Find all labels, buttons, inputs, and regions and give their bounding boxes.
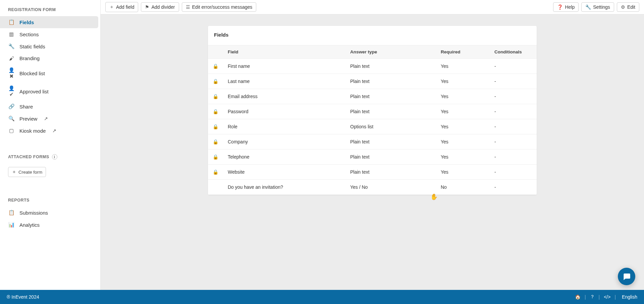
language-switch[interactable]: English bbox=[616, 294, 637, 300]
cell-conditionals: - bbox=[490, 119, 537, 134]
share-icon: 🔗 bbox=[8, 103, 15, 110]
sidebar-item-preview[interactable]: 🔍 Preview ↗ bbox=[0, 113, 100, 125]
sidebar-section-registration-form: REGISTRATION FORM bbox=[0, 0, 100, 16]
table-row[interactable]: Do you have an invitation?Yes / NoNo- bbox=[208, 180, 537, 195]
cell-required: Yes bbox=[436, 74, 490, 89]
cell-conditionals: - bbox=[490, 59, 537, 74]
cell-field: Last name bbox=[223, 74, 345, 89]
cell-required: Yes bbox=[436, 149, 490, 165]
footer: ® InEvent 2024 🏠 | ？ | </> | English bbox=[0, 290, 644, 304]
cell-field: Password bbox=[223, 104, 345, 119]
sections-icon: ▥ bbox=[8, 31, 15, 37]
table-row[interactable]: 🔒WebsitePlain textYes- bbox=[208, 165, 537, 180]
sidebar: REGISTRATION FORM 📋 Fields ▥ Sections 🔧 … bbox=[0, 0, 101, 290]
cell-required: Yes bbox=[436, 134, 490, 149]
cell-answer-type: Plain text bbox=[345, 134, 436, 149]
fields-table: Field Answer type Required Conditionals … bbox=[208, 45, 537, 195]
clipboard-icon: 📋 bbox=[8, 210, 15, 216]
lock-icon: 🔒 bbox=[208, 59, 223, 74]
footer-divider: | bbox=[614, 294, 616, 300]
chat-bubble-button[interactable] bbox=[618, 268, 635, 285]
cell-answer-type: Plain text bbox=[345, 149, 436, 165]
lock-icon: 🔒 bbox=[208, 74, 223, 89]
edit-button[interactable]: ⚙ Edit bbox=[617, 2, 639, 12]
cell-answer-type: Plain text bbox=[345, 59, 436, 74]
sidebar-item-label: Preview bbox=[19, 116, 37, 122]
table-row[interactable]: 🔒CompanyPlain textYes- bbox=[208, 134, 537, 149]
cell-conditionals: - bbox=[490, 89, 537, 104]
clipboard-icon: 📋 bbox=[8, 19, 15, 25]
lock-icon: 🔒 bbox=[208, 165, 223, 180]
sidebar-item-label: Analytics bbox=[19, 222, 40, 228]
cell-required: Yes bbox=[436, 89, 490, 104]
table-row[interactable]: 🔒TelephonePlain textYes- bbox=[208, 149, 537, 165]
sidebar-item-static-fields[interactable]: 🔧 Static fields bbox=[0, 40, 100, 52]
cell-conditionals: - bbox=[490, 104, 537, 119]
sidebar-section-attached-forms: ATTACHED FORMS i bbox=[0, 147, 100, 164]
table-row[interactable]: 🔒First namePlain textYes- bbox=[208, 59, 537, 74]
cell-required: Yes bbox=[436, 59, 490, 74]
add-field-button[interactable]: ＋ Add field bbox=[105, 2, 138, 12]
table-row[interactable]: 🔒RoleOptions listYes- bbox=[208, 119, 537, 134]
footer-copyright: ® InEvent 2024 bbox=[7, 294, 39, 300]
col-header-field: Field bbox=[223, 45, 345, 59]
help-label: Help bbox=[565, 4, 575, 10]
add-field-label: Add field bbox=[116, 4, 134, 10]
sidebar-item-branding[interactable]: 🖌 Branding bbox=[0, 52, 100, 64]
plus-icon: ＋ bbox=[109, 4, 114, 10]
sidebar-item-label: Blocked list bbox=[19, 71, 45, 76]
gear-icon: ⚙ bbox=[621, 4, 625, 10]
sidebar-item-label: Branding bbox=[19, 55, 40, 61]
lock-icon: 🔒 bbox=[208, 89, 223, 104]
settings-label: Settings bbox=[593, 4, 610, 10]
sidebar-item-sections[interactable]: ▥ Sections bbox=[0, 28, 100, 40]
wrench-icon: 🔧 bbox=[8, 43, 15, 49]
cell-required: Yes bbox=[436, 165, 490, 180]
help-icon[interactable]: ？ bbox=[586, 294, 599, 300]
cell-answer-type: Plain text bbox=[345, 74, 436, 89]
sidebar-item-blocked-list[interactable]: 👤✖ Blocked list bbox=[0, 64, 100, 82]
sidebar-item-share[interactable]: 🔗 Share bbox=[0, 100, 100, 113]
content: Fields Field Answer type Required Condit… bbox=[101, 14, 644, 290]
brush-icon: 🖌 bbox=[8, 55, 15, 61]
table-row[interactable]: 🔒Last namePlain textYes- bbox=[208, 74, 537, 89]
table-row[interactable]: 🔒Email addressPlain textYes- bbox=[208, 89, 537, 104]
cell-conditionals: - bbox=[490, 134, 537, 149]
cell-answer-type: Plain text bbox=[345, 165, 436, 180]
edit-label: Edit bbox=[627, 4, 635, 10]
sidebar-item-label: Submissions bbox=[19, 210, 48, 216]
sidebar-item-analytics[interactable]: 📊 Analytics bbox=[0, 219, 100, 231]
cell-answer-type: Options list bbox=[345, 119, 436, 134]
sidebar-item-approved-list[interactable]: 👤✔ Approved list bbox=[0, 82, 100, 100]
create-form-label: Create form bbox=[18, 170, 42, 175]
cell-answer-type: Plain text bbox=[345, 89, 436, 104]
info-icon[interactable]: i bbox=[52, 154, 57, 160]
cell-conditionals: - bbox=[490, 165, 537, 180]
sidebar-item-label: Sections bbox=[19, 32, 39, 37]
help-button[interactable]: ❓ Help bbox=[553, 2, 579, 12]
home-icon[interactable]: 🏠 bbox=[571, 294, 585, 300]
code-icon[interactable]: </> bbox=[600, 294, 614, 300]
external-link-icon: ↗ bbox=[52, 128, 56, 133]
sidebar-item-fields[interactable]: 📋 Fields bbox=[0, 16, 98, 28]
chart-icon: 📊 bbox=[8, 222, 15, 228]
create-form-button[interactable]: ＋ Create form bbox=[8, 167, 46, 177]
user-check-icon: 👤✔ bbox=[8, 85, 15, 97]
cell-field: Role bbox=[223, 119, 345, 134]
sidebar-item-kiosk-mode[interactable]: ▢ Kiosk mode ↗ bbox=[0, 125, 100, 137]
cell-field: Website bbox=[223, 165, 345, 180]
sidebar-item-submissions[interactable]: 📋 Submissions bbox=[0, 207, 100, 219]
edit-messages-button[interactable]: ☰ Edit error/success messages bbox=[182, 2, 257, 12]
cell-conditionals: - bbox=[490, 180, 537, 195]
footer-divider: | bbox=[585, 294, 586, 300]
help-icon: ❓ bbox=[557, 4, 563, 10]
chat-icon bbox=[622, 272, 631, 281]
table-row[interactable]: 🔒PasswordPlain textYes- bbox=[208, 104, 537, 119]
settings-button[interactable]: 🔧 Settings bbox=[581, 2, 614, 12]
col-header-answer-type: Answer type bbox=[345, 45, 436, 59]
flag-icon: ⚑ bbox=[145, 4, 149, 10]
cell-required: Yes bbox=[436, 119, 490, 134]
add-divider-button[interactable]: ⚑ Add divider bbox=[141, 2, 179, 12]
cell-field: First name bbox=[223, 59, 345, 74]
list-icon: ☰ bbox=[186, 4, 190, 10]
